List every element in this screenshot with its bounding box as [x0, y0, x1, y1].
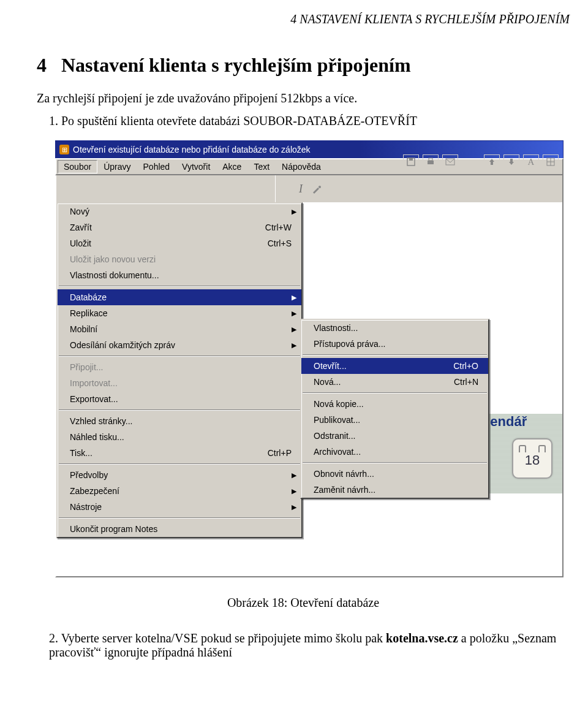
menu-item[interactable]: Databáze▶: [58, 289, 301, 305]
font-a-icon[interactable]: A: [523, 154, 539, 169]
app-window: ⊞ Otevření existující databáze nebo přid…: [55, 140, 564, 577]
menu-item[interactable]: Vzhled stránky...: [58, 413, 301, 429]
save-icon[interactable]: [403, 154, 419, 169]
menu-napoveda[interactable]: Nápověda: [276, 160, 327, 173]
menu-item[interactable]: Tisk...Ctrl+P: [58, 445, 301, 461]
menu-item[interactable]: Mobilní▶: [58, 321, 301, 337]
menu-item[interactable]: Náhled tisku...: [58, 429, 301, 445]
menu-akce[interactable]: Akce: [216, 160, 247, 173]
mail-icon[interactable]: [442, 154, 458, 169]
menu-soubor[interactable]: Soubor: [58, 160, 97, 173]
window-title: Otevření existující databáze nebo přidán…: [73, 145, 311, 154]
menu-item[interactable]: Nová kopie...: [301, 396, 488, 412]
calendar-icon[interactable]: 18: [512, 438, 552, 479]
app-canvas: alendář 18: [55, 202, 564, 577]
menu-item[interactable]: Zabezpečení▶: [58, 483, 301, 499]
toolbar-area: I: [55, 175, 564, 202]
svg-rect-3: [428, 161, 434, 164]
section-heading: 4 Nastavení klienta s rychlejším připoje…: [37, 54, 570, 77]
menu-item[interactable]: UložitCtrl+S: [58, 235, 301, 251]
step-1: 1. Po spuštění klienta otevřete databázi…: [49, 114, 570, 128]
menu-item[interactable]: Ukončit program Notes: [58, 521, 301, 537]
menu-item[interactable]: Archivovat...: [301, 444, 488, 460]
italic-icon[interactable]: I: [299, 183, 303, 196]
print-icon[interactable]: [423, 154, 439, 169]
figure-18: ⊞ Otevření existující databáze nebo přid…: [55, 140, 570, 577]
grid-icon[interactable]: [543, 154, 559, 169]
menu-item[interactable]: Exportovat...: [58, 391, 301, 407]
svg-point-0: [318, 186, 321, 188]
menu-item[interactable]: Otevřít...Ctrl+O: [301, 358, 488, 374]
menu-item[interactable]: Odesílání okamžitých zpráv▶: [58, 337, 301, 353]
menu-pohled[interactable]: Pohled: [137, 160, 176, 173]
running-header: 4 NASTAVENÍ KLIENTA S RYCHLEJŠÍM PŘIPOJE…: [37, 12, 570, 26]
databaze-submenu: Vlastnosti...Přístupová práva...Otevřít.…: [300, 319, 489, 499]
menu-item[interactable]: Nová...Ctrl+N: [301, 374, 488, 390]
menu-item[interactable]: Odstranit...: [301, 428, 488, 444]
menu-upravy[interactable]: Úpravy: [97, 160, 137, 173]
figure-caption: Obrázek 18: Otevření databáze: [37, 596, 570, 610]
menu-item: Uložit jako novou verzi: [58, 251, 301, 267]
app-icon: ⊞: [59, 145, 69, 154]
menu-item[interactable]: Zaměnit návrh...: [301, 482, 488, 498]
menu-item[interactable]: Replikace▶: [58, 305, 301, 321]
menu-item[interactable]: Nový▶: [58, 204, 301, 219]
menu-text[interactable]: Text: [247, 160, 276, 173]
intro-paragraph: Za rychlejší připojení je zde uvažováno …: [37, 90, 570, 107]
svg-rect-4: [429, 158, 432, 161]
menu-item[interactable]: Přístupová práva...: [301, 336, 488, 352]
calendar-label: alendář: [479, 414, 562, 430]
menu-item: Importovat...: [58, 375, 301, 391]
menu-vytvorit[interactable]: Vytvořit: [176, 160, 216, 173]
menu-item[interactable]: Obnovit návrh...: [301, 466, 488, 482]
menu-item[interactable]: Vlastnosti...: [301, 320, 488, 336]
menu-item[interactable]: Nástroje▶: [58, 499, 301, 515]
menu-item: Připojit...: [58, 359, 301, 375]
soubor-menu: Nový▶ZavřítCtrl+WUložitCtrl+SUložit jako…: [56, 202, 303, 538]
brush-icon[interactable]: [310, 182, 323, 196]
menu-item[interactable]: Předvolby▶: [58, 467, 301, 483]
arrow-down-icon[interactable]: [503, 154, 519, 169]
calendar-day: 18: [525, 452, 540, 468]
menu-item[interactable]: Publikovat...: [301, 412, 488, 428]
menu-item[interactable]: ZavřítCtrl+W: [58, 219, 301, 235]
arrow-up-icon[interactable]: [484, 154, 500, 169]
svg-rect-2: [409, 158, 413, 161]
menu-item[interactable]: Vlastnosti dokumentu...: [58, 267, 301, 283]
step-2: 2. Vyberte server kotelna/VSE pokud se p…: [49, 631, 570, 660]
